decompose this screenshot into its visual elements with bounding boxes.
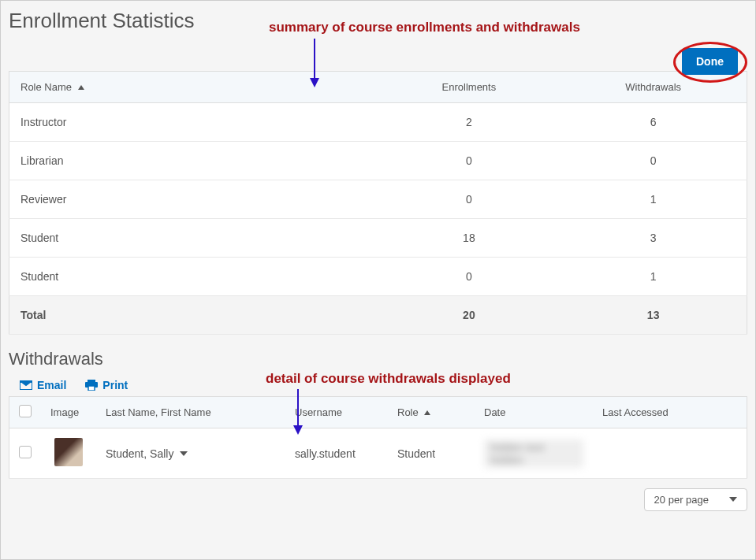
table-row: Student01: [9, 258, 747, 296]
withdrawals-cell: 1: [560, 258, 747, 296]
column-username[interactable]: Username: [285, 397, 388, 428]
per-page-dropdown[interactable]: 20 per page: [644, 488, 747, 511]
column-date[interactable]: Date: [475, 397, 593, 428]
column-role-label: Role Name: [20, 81, 72, 93]
row-checkbox[interactable]: [19, 446, 32, 458]
email-label: Email: [37, 379, 66, 391]
email-button[interactable]: Email: [20, 379, 66, 391]
column-select-all[interactable]: [9, 397, 42, 428]
role-cell: Student: [9, 219, 378, 258]
table-row: Reviewer01: [9, 180, 747, 219]
total-label: Total: [9, 296, 378, 335]
chevron-down-icon: [729, 492, 737, 504]
column-last-accessed[interactable]: Last Accessed: [593, 397, 747, 428]
per-page-label: 20 per page: [654, 494, 709, 506]
sort-ascending-icon: [424, 410, 430, 415]
total-enrollments: 20: [378, 296, 560, 335]
total-withdrawals: 13: [560, 296, 747, 335]
withdrawals-cell: 6: [560, 103, 747, 142]
enrollments-cell: 18: [378, 219, 560, 258]
withdrawals-cell: 1: [560, 180, 747, 219]
done-button[interactable]: Done: [682, 48, 738, 75]
print-icon: [85, 380, 98, 391]
row-select-cell: [9, 428, 42, 479]
column-image: Image: [41, 397, 96, 428]
enrollments-cell: 0: [378, 142, 560, 180]
column-role[interactable]: Role: [388, 397, 475, 428]
row-date-cell: hidden text hidden: [475, 428, 593, 479]
select-all-checkbox[interactable]: [19, 405, 32, 417]
total-row: Total2013: [9, 296, 747, 335]
row-last-accessed-cell: [593, 428, 747, 479]
role-cell: Student: [9, 258, 378, 296]
row-role-cell: Student: [388, 428, 475, 479]
table-row: Librarian00: [9, 142, 747, 180]
withdrawals-cell: 0: [560, 142, 747, 180]
column-withdrawals[interactable]: Withdrawals: [560, 72, 747, 103]
svg-rect-4: [88, 380, 95, 382]
avatar: [54, 438, 83, 466]
table-row: Instructor26: [9, 103, 747, 142]
row-image-cell: [41, 428, 96, 479]
enrollments-cell: 0: [378, 180, 560, 219]
enrollment-stats-table: Role Name Enrollments Withdrawals Instru…: [9, 71, 747, 335]
chevron-down-icon: [180, 446, 188, 458]
role-cell: Instructor: [9, 103, 378, 142]
withdrawals-action-bar: Email Print: [9, 379, 747, 391]
row-name-cell[interactable]: Student, Sally: [96, 428, 285, 479]
svg-rect-6: [88, 386, 95, 391]
withdrawals-heading: Withdrawals: [9, 349, 747, 369]
column-role-label: Role: [397, 406, 419, 418]
svg-marker-8: [729, 497, 737, 502]
page-title: Enrollment Statistics: [9, 9, 747, 33]
withdrawals-cell: 3: [560, 219, 747, 258]
role-cell: Reviewer: [9, 180, 378, 219]
row-username-cell: sally.student: [285, 428, 388, 479]
table-row: Student, Sallysally.studentStudenthidden…: [9, 428, 747, 479]
table-row: Student183: [9, 219, 747, 258]
sort-ascending-icon: [78, 85, 84, 90]
enrollments-cell: 2: [378, 103, 560, 142]
row-name: Student, Sally: [106, 447, 173, 460]
svg-marker-7: [180, 451, 188, 456]
column-last-first-name[interactable]: Last Name, First Name: [96, 397, 285, 428]
email-icon: [20, 380, 32, 390]
withdrawals-table: Image Last Name, First Name Username Rol…: [9, 396, 747, 479]
print-button[interactable]: Print: [85, 379, 128, 391]
column-enrollments[interactable]: Enrollments: [378, 72, 560, 103]
enrollments-cell: 0: [378, 258, 560, 296]
print-label: Print: [102, 379, 128, 391]
role-cell: Librarian: [9, 142, 378, 180]
column-role-name[interactable]: Role Name: [9, 72, 378, 103]
redacted-date: hidden text hidden: [484, 439, 583, 468]
